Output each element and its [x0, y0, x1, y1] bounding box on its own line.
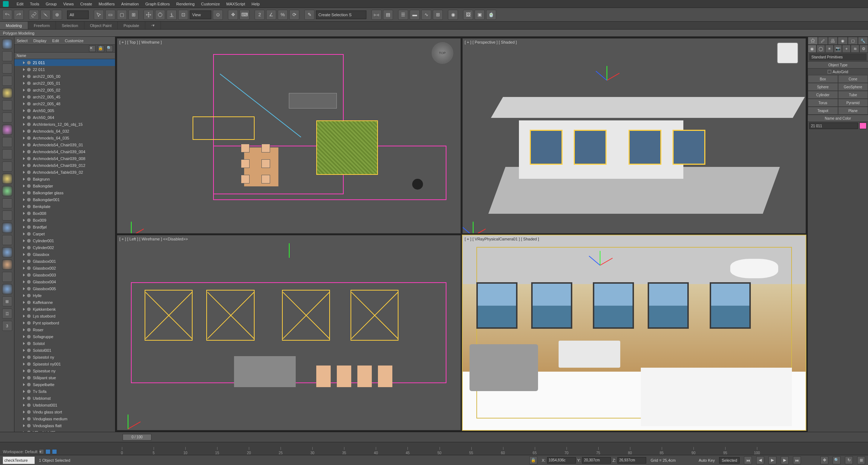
selection-filter-dropdown[interactable]: All	[67, 10, 89, 19]
left-tool-4[interactable]	[2, 76, 12, 86]
manip-button[interactable]: ✥	[228, 10, 238, 20]
menu-group[interactable]: Group	[46, 2, 57, 6]
list-item[interactable]: Box008	[14, 210, 115, 217]
filter-find-icon[interactable]: 🔍	[106, 45, 113, 52]
list-item[interactable]: Glassbox001	[14, 258, 115, 265]
viewport-top[interactable]: [ + ] [ Top ] [ Wireframe ] TOP	[117, 38, 461, 234]
autogrid-checkbox[interactable]: AutoGrid	[808, 68, 868, 75]
key-mode-dropdown[interactable]: Selected	[719, 457, 740, 464]
list-item[interactable]: Glassbox003	[14, 271, 115, 278]
list-item[interactable]: Glassbox004	[14, 278, 115, 285]
list-item[interactable]: arch22_005_01	[14, 80, 115, 87]
rotate-button[interactable]	[155, 10, 165, 20]
left-tool-21[interactable]	[2, 284, 12, 294]
left-tool-18[interactable]	[2, 247, 12, 257]
list-item[interactable]: Lys stuebord	[14, 313, 115, 319]
left-tool-17[interactable]	[2, 235, 12, 245]
placement-button[interactable]: ⊡	[178, 10, 188, 20]
bind-button[interactable]: ⊕	[52, 10, 62, 20]
primitive-torus-button[interactable]: Torus	[808, 99, 838, 107]
explorer-menu-display[interactable]: Display	[34, 39, 47, 43]
autokey-button[interactable]: Auto Key	[699, 458, 715, 462]
viewport-left-label[interactable]: [ + ] [ Left ] [ Wireframe ] <<Disabled>…	[119, 237, 188, 241]
menu-animation[interactable]: Animation	[121, 2, 139, 6]
list-item[interactable]: Stålpant stue	[14, 374, 115, 381]
prev-frame-button[interactable]: ◀	[756, 456, 764, 464]
list-item[interactable]: Vinduglass medium	[14, 415, 115, 422]
ribbon-tab-freeform[interactable]: Freeform	[28, 22, 56, 29]
left-tool-2[interactable]	[2, 51, 12, 61]
primitive-tube-button[interactable]: Tube	[838, 91, 868, 99]
ribbon-tab-modeling[interactable]: Modeling	[0, 22, 28, 29]
viewport-nav-max[interactable]: ⊞	[857, 456, 865, 464]
explorer-menu-select[interactable]: Select	[17, 39, 28, 43]
cat-lights[interactable]: ☀	[825, 45, 834, 53]
left-tool-15[interactable]	[2, 211, 12, 221]
left-tool-20[interactable]	[2, 272, 12, 282]
redo-button[interactable]	[14, 10, 24, 20]
left-tool-12[interactable]	[2, 174, 12, 184]
list-item[interactable]: Brødfjøl	[14, 223, 115, 230]
render-frame-button[interactable]: ▣	[475, 10, 485, 20]
filter-lock-icon[interactable]: 🔒	[98, 45, 104, 52]
list-item[interactable]: Balkongdør glass	[14, 189, 115, 196]
viewport-top-label[interactable]: [ + ] [ Top ] [ Wireframe ]	[119, 40, 162, 44]
list-item[interactable]: Kaffekanne	[14, 299, 115, 306]
snap-2d-button[interactable]: 2	[255, 10, 265, 20]
ribbon-tab-populate[interactable]: Populate	[118, 22, 145, 29]
menu-edit[interactable]: Edit	[17, 2, 23, 6]
list-item[interactable]: arch22_005_00	[14, 73, 115, 80]
ribbon-toggle[interactable]: ◦▾	[145, 22, 161, 29]
viewport-cam-label[interactable]: [ + ] [ VRayPhysicalCamera01 ] [ Shaded …	[465, 237, 539, 241]
viewport-nav-pan[interactable]: ✥	[820, 456, 828, 464]
undo-button[interactable]	[2, 10, 12, 20]
render-setup-button[interactable]: 🖼	[463, 10, 473, 20]
left-tool-7[interactable]	[2, 112, 12, 123]
primitive-pyramid-button[interactable]: Pyramid	[838, 99, 868, 107]
left-tool-19[interactable]	[2, 260, 12, 270]
cat-geometry[interactable]: ◉	[808, 45, 816, 53]
list-item[interactable]: Cylinder001	[14, 237, 115, 244]
object-color-swatch[interactable]	[859, 123, 867, 129]
list-item[interactable]: Box009	[14, 217, 115, 223]
select-region-button[interactable]: ▢	[117, 10, 127, 20]
cp-tab-motion[interactable]: ◉	[838, 37, 848, 45]
coord-y-input[interactable]	[582, 457, 611, 464]
snap-percent-button[interactable]: %	[278, 10, 288, 20]
cp-tab-modify[interactable]	[818, 37, 828, 45]
list-item[interactable]: Glassbox	[14, 251, 115, 258]
time-slider[interactable]: 0 / 100	[0, 432, 868, 442]
list-item[interactable]: Cylinder002	[14, 244, 115, 251]
mirror-button[interactable]: ▹◃	[371, 10, 382, 20]
menu-tools[interactable]: Tools	[30, 2, 39, 6]
cp-tab-hierarchy[interactable]: 品	[828, 37, 838, 45]
list-item[interactable]: 22 011	[14, 66, 115, 73]
object-name-input[interactable]: 21 011	[809, 123, 858, 129]
list-item[interactable]: Bakgrunn	[14, 176, 115, 182]
left-tool-5[interactable]	[2, 88, 12, 98]
list-item[interactable]: Archmodels_64_035	[14, 134, 115, 141]
list-item[interactable]: 21 011	[14, 59, 115, 66]
curve-editor-button[interactable]: ∿	[421, 10, 431, 20]
left-tool-3[interactable]	[2, 63, 12, 74]
list-item[interactable]: arch22_005_48	[14, 100, 115, 107]
cp-tab-utilities[interactable]: 🔧	[858, 37, 868, 45]
left-tool-11[interactable]	[2, 161, 12, 172]
schematic-view-button[interactable]: ⊞	[433, 10, 443, 20]
primitive-teapot-button[interactable]: Teapot	[808, 107, 838, 115]
rollout-object-type[interactable]: Object Type	[808, 61, 868, 68]
list-item[interactable]: Carpet	[14, 230, 115, 237]
left-tool-1[interactable]	[2, 39, 12, 49]
rollout-name-color[interactable]: Name and Color	[808, 115, 868, 122]
list-item[interactable]: Arch50_005	[14, 107, 115, 114]
left-tool-24[interactable]: 3	[2, 321, 12, 331]
cp-tab-create[interactable]	[808, 37, 818, 45]
snap-angle-button[interactable]: ∠	[266, 10, 276, 20]
list-item[interactable]: Solstol001	[14, 347, 115, 354]
move-button[interactable]	[144, 10, 154, 20]
lock-selection-icon[interactable]: 🔒	[529, 456, 537, 464]
keyboard-button[interactable]: ⌨	[239, 10, 250, 20]
left-tool-10[interactable]	[2, 149, 12, 159]
left-tool-9[interactable]	[2, 137, 12, 147]
left-tool-13[interactable]	[2, 186, 12, 196]
